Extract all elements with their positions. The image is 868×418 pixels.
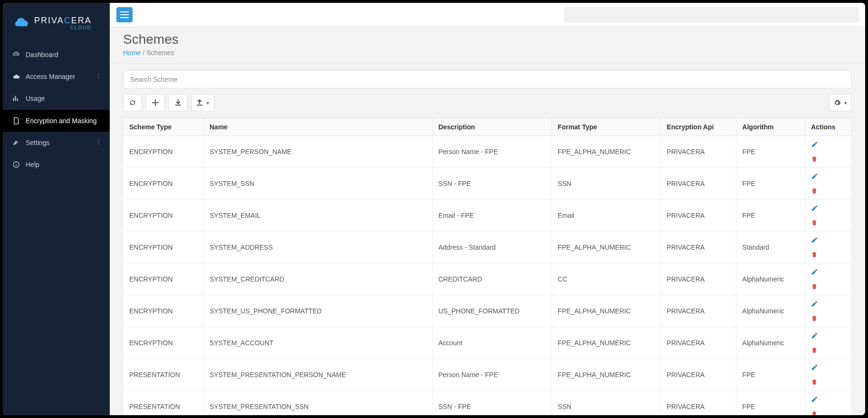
column-header[interactable]: Encryption Api xyxy=(661,118,736,136)
sidebar: PRIVACERA CLOUD DashboardAccess Manager〈… xyxy=(3,3,110,415)
edit-button[interactable] xyxy=(811,204,846,212)
sidebar-item-dashboard[interactable]: Dashboard xyxy=(3,44,110,66)
table-cell: FPE_ALPHA_NUMERIC xyxy=(552,136,661,168)
delete-button[interactable] xyxy=(811,187,846,194)
table-cell: FPE xyxy=(736,200,805,232)
refresh-icon xyxy=(129,99,136,107)
table-cell: SYSTEM_US_PHONE_FORMATTED xyxy=(203,295,432,327)
actions-cell xyxy=(805,295,852,327)
pencil-icon xyxy=(811,364,846,371)
table-cell: PRIVACERA xyxy=(661,136,736,168)
toggle-sidebar-button[interactable] xyxy=(116,7,133,22)
column-header[interactable]: Name xyxy=(203,118,432,136)
sidebar-item-encryption-and-masking[interactable]: Encryption and Masking xyxy=(3,110,110,132)
chevron-down-icon: ▼ xyxy=(206,101,210,106)
actions-cell xyxy=(805,232,852,263)
table-cell: CC xyxy=(552,263,661,295)
sidebar-item-help[interactable]: Help xyxy=(3,154,110,175)
breadcrumb: Home / Schemes xyxy=(123,49,852,57)
table-row: ENCRYPTIONSYSTEM_US_PHONE_FORMATTEDUS_PH… xyxy=(124,295,852,327)
sidebar-item-label: Usage xyxy=(26,94,100,103)
table-cell: ENCRYPTION xyxy=(124,136,204,168)
table-cell: PRIVACERA xyxy=(661,295,736,327)
edit-button[interactable] xyxy=(811,300,846,307)
delete-button[interactable] xyxy=(811,219,846,226)
table-cell: ENCRYPTION xyxy=(124,232,204,263)
delete-button[interactable] xyxy=(811,251,846,258)
trash-icon xyxy=(811,379,846,386)
table-cell: ENCRYPTION xyxy=(124,263,204,295)
delete-button[interactable] xyxy=(811,410,846,415)
table-cell: Account xyxy=(432,327,552,359)
table-cell: SYSTEM_PRESENTATION_SSN xyxy=(203,391,432,416)
wrench-icon xyxy=(12,139,20,146)
cloud-icon xyxy=(12,73,20,80)
table-row: PRESENTATIONSYSTEM_PRESENTATION_SSNSSN -… xyxy=(124,391,852,416)
table-cell: FPE xyxy=(736,168,805,200)
edit-button[interactable] xyxy=(811,364,846,371)
add-button[interactable] xyxy=(146,94,165,111)
page-header: Schemes Home / Schemes xyxy=(110,27,865,64)
download-button[interactable] xyxy=(169,94,188,111)
edit-button[interactable] xyxy=(811,396,846,403)
delete-button[interactable] xyxy=(811,379,846,386)
delete-button[interactable] xyxy=(811,156,846,163)
sidebar-item-settings[interactable]: Settings〈 xyxy=(3,132,110,154)
edit-button[interactable] xyxy=(811,236,846,243)
edit-button[interactable] xyxy=(811,332,846,339)
pencil-icon xyxy=(811,332,846,339)
table-cell: AlphaNumeric xyxy=(736,263,805,295)
sidebar-item-access-manager[interactable]: Access Manager〈 xyxy=(3,66,110,87)
table-cell: PRIVACERA xyxy=(661,359,736,391)
brand-sub: CLOUD xyxy=(70,26,92,30)
table-cell: SSN xyxy=(552,168,661,200)
column-header[interactable]: Description xyxy=(432,118,552,136)
pencil-icon xyxy=(811,173,846,180)
table-cell: FPE xyxy=(736,359,805,391)
pencil-icon xyxy=(811,204,846,212)
sidebar-item-label: Dashboard xyxy=(26,50,100,59)
table-cell: Email xyxy=(552,200,661,232)
trash-icon xyxy=(811,315,846,322)
table-cell: Person Name - FPE xyxy=(432,136,552,168)
column-header[interactable]: Format Type xyxy=(552,118,661,136)
table-cell: FPE xyxy=(736,136,805,168)
edit-button[interactable] xyxy=(811,141,846,148)
table-cell: PRIVACERA xyxy=(661,327,736,359)
pencil-icon xyxy=(811,396,846,403)
table-cell: PRIVACERA xyxy=(661,168,736,200)
trash-icon xyxy=(811,410,846,415)
page-title: Schemes xyxy=(123,32,852,47)
chevron-left-icon: 〈 xyxy=(94,72,100,81)
table-cell: AlphaNumeric xyxy=(736,295,805,327)
table-cell: PRIVACERA xyxy=(661,200,736,232)
cloud-icon xyxy=(11,17,30,29)
table-cell: AlphaNumeric xyxy=(736,327,805,359)
settings-button[interactable]: ▼ xyxy=(829,94,852,111)
trash-icon xyxy=(811,156,846,163)
plus-icon xyxy=(152,99,159,106)
delete-button[interactable] xyxy=(811,347,846,354)
refresh-button[interactable] xyxy=(123,94,142,111)
upload-button[interactable]: ▼ xyxy=(191,94,214,111)
breadcrumb-home[interactable]: Home xyxy=(123,49,141,57)
column-header[interactable]: Algorithm xyxy=(736,118,805,136)
column-header[interactable]: Actions xyxy=(805,118,852,136)
column-header[interactable]: Scheme Type xyxy=(124,118,204,136)
search-input[interactable] xyxy=(123,70,852,88)
sidebar-item-usage[interactable]: Usage xyxy=(3,87,110,109)
file-icon xyxy=(12,117,20,125)
toolbar: ▼ ▼ xyxy=(123,94,852,111)
dashboard-icon xyxy=(12,51,20,58)
trash-icon xyxy=(811,347,846,354)
delete-button[interactable] xyxy=(811,283,846,290)
gear-icon xyxy=(833,99,841,107)
pencil-icon xyxy=(811,141,846,148)
edit-button[interactable] xyxy=(811,268,846,275)
pencil-icon xyxy=(811,300,846,307)
actions-cell xyxy=(805,168,852,200)
edit-button[interactable] xyxy=(811,173,846,180)
delete-button[interactable] xyxy=(811,315,846,322)
actions-cell xyxy=(805,263,852,295)
table-row: ENCRYPTIONSYSTEM_PERSON_NAMEPerson Name … xyxy=(124,136,852,168)
